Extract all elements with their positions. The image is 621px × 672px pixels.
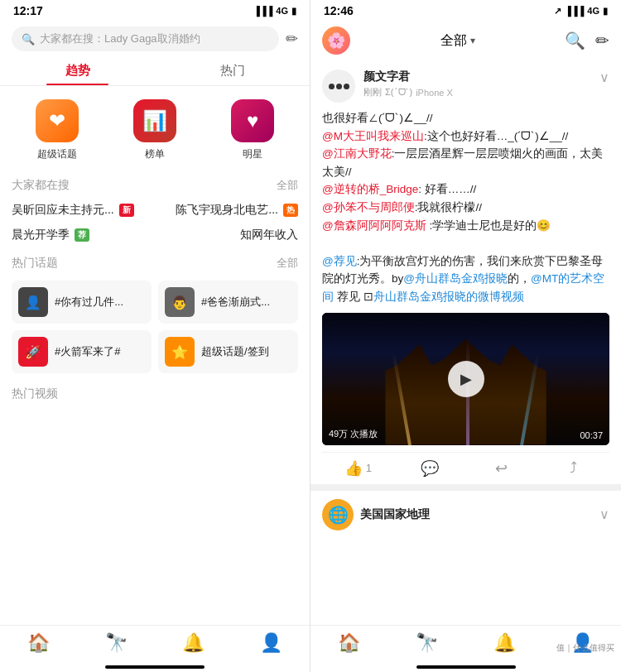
video-duration: 00:37 <box>580 430 603 440</box>
trending-item-text-right: 知网年收入 <box>240 228 298 242</box>
post-card: 颜文字君 刚刚 Σ(ˊᗜˋ) iPhone X ∨ 也很好看∠(ˊᗜˋ)∠__/… <box>310 60 621 491</box>
repost-action[interactable]: ↩ <box>466 459 538 478</box>
like-action[interactable]: 👍 1 <box>322 459 394 478</box>
right-header: 🌸 全部 ▾ 🔍 ✏ <box>310 22 621 60</box>
video-views: 49万 次播放 <box>329 428 378 440</box>
list-item[interactable]: ⭐ 超级话题/签到 <box>158 330 298 373</box>
tab-hot[interactable]: 热门 <box>155 56 310 85</box>
search-text: 大家都在搜：Lady Gaga取消婚约 <box>40 31 200 46</box>
list-item[interactable]: 🚀 #火箭军来了# <box>12 330 152 373</box>
post-actions: 👍 1 💬 ↩ ⤴ <box>322 452 609 484</box>
right-home-indicator <box>310 665 621 672</box>
edit-icon[interactable]: ✏ <box>286 30 298 48</box>
post-meta: 颜文字君 刚刚 Σ(ˊᗜˋ) iPhone X <box>363 70 591 98</box>
video-play-button[interactable]: ▶ <box>448 361 484 397</box>
hot-topic-img-4: ⭐ <box>165 337 195 367</box>
icon-row: ❤ 超级话题 📊 榜单 ♥ 明星 <box>0 86 310 170</box>
trending-all-btn[interactable]: 全部 <box>277 178 298 193</box>
icon-item-celebrity[interactable]: ♥ 明星 <box>204 99 301 161</box>
nav-explore[interactable]: 🔭 <box>78 632 156 654</box>
right-action-icons: 🔍 ✏ <box>565 31 609 50</box>
post-header: 颜文字君 刚刚 Σ(ˊᗜˋ) iPhone X ∨ <box>322 70 609 103</box>
super-topic-icon: ❤ <box>36 99 79 142</box>
right-title-area: 全部 ▾ <box>357 32 558 50</box>
hot-topics-title: 热门话题 <box>12 256 58 271</box>
post-time: 刚刚 <box>363 86 382 98</box>
table-row[interactable]: 晨光开学季 荐 知网年收入 <box>12 223 298 247</box>
nav-profile[interactable]: 👤 <box>233 632 310 654</box>
left-status-icons: ▐▐▐ 4G ▮ <box>253 6 296 17</box>
ranking-label: 榜单 <box>145 147 165 161</box>
icon-item-ranking[interactable]: 📊 榜单 <box>106 99 204 161</box>
left-status-bar: 12:17 ▐▐▐ 4G ▮ <box>0 0 310 22</box>
nav-right-notification[interactable]: 🔔 <box>466 632 544 654</box>
celebrity-icon: ♥ <box>231 99 274 142</box>
hot-topic-text-1: #你有过几件... <box>55 295 123 310</box>
nav-notification[interactable]: 🔔 <box>155 632 233 654</box>
right-feed-title: 全部 <box>440 32 467 50</box>
right-status-icons: ↗ ▐▐▐ 4G ▮ <box>554 6 608 17</box>
hot-topic-img-3: 🚀 <box>18 337 48 367</box>
watermark: 值｜什么值得买 <box>556 642 614 654</box>
table-row[interactable]: 吴昕回应未主持元... 新 陈飞宇现身北电艺... 热 <box>12 198 298 223</box>
hot-topics-all-btn[interactable]: 全部 <box>277 256 298 271</box>
left-time: 12:17 <box>13 4 43 17</box>
post-author-name: 颜文字君 <box>363 70 591 84</box>
location-icon: ↗ <box>554 6 561 17</box>
right-edit-icon[interactable]: ✏ <box>595 31 609 50</box>
list-item[interactable]: 👤 #你有过几件... <box>12 281 152 324</box>
hot-topic-text-3: #火箭军来了# <box>55 345 120 359</box>
dropdown-arrow-icon[interactable]: ▾ <box>470 35 475 46</box>
trending-item-text: 晨光开学季 <box>12 228 70 242</box>
share-action[interactable]: ⤴ <box>537 459 609 477</box>
right-user-avatar[interactable]: 🌸 <box>322 26 350 55</box>
list-item[interactable]: 👨 #爸爸渐崩式... <box>158 281 298 324</box>
share-icon: ⤴ <box>570 459 577 477</box>
repost-icon: ↩ <box>495 459 508 478</box>
left-bottom-nav: 🏠 🔭 🔔 👤 <box>0 625 310 665</box>
post-sub: 刚刚 Σ(ˊᗜˋ) iPhone X <box>363 86 591 98</box>
hot-topic-text-2: #爸爸渐崩式... <box>201 295 270 310</box>
trending-right-2: 知网年收入 <box>240 228 298 242</box>
tab-trending[interactable]: 趋势 <box>0 56 155 85</box>
right-bottom-nav: 🏠 🔭 🔔 👤 值｜什么值得买 <box>310 625 621 665</box>
trending-item-text-right: 陈飞宇现身北电艺... <box>176 203 278 218</box>
comment-action[interactable]: 💬 <box>394 459 466 478</box>
post-author-avatar[interactable] <box>322 70 355 103</box>
post-device: iPhone X <box>416 88 453 98</box>
nav-home[interactable]: 🏠 <box>0 632 78 654</box>
like-count: 1 <box>366 462 372 474</box>
spacer <box>0 406 310 625</box>
icon-item-super-topic[interactable]: ❤ 超级话题 <box>8 99 106 161</box>
search-input-box[interactable]: 🔍 大家都在搜：Lady Gaga取消婚约 <box>12 26 279 51</box>
hot-topics-grid: 👤 #你有过几件... 👨 #爸爸渐崩式... 🚀 #火箭军来了# ⭐ 超级话题… <box>0 276 310 382</box>
signal-bars: ▐▐▐ <box>565 6 584 16</box>
trending-section-header: 大家都在搜 全部 <box>0 170 310 198</box>
right-panel: 12:46 ↗ ▐▐▐ 4G ▮ 🌸 全部 ▾ 🔍 ✏ <box>310 0 621 672</box>
nav-right-explore[interactable]: 🔭 <box>388 632 466 654</box>
right-status-bar: 12:46 ↗ ▐▐▐ 4G ▮ <box>310 0 621 22</box>
trending-item-text: 吴昕回应未主持元... <box>12 203 114 218</box>
next-post-expand[interactable]: ∨ <box>599 506 609 522</box>
comment-icon: 💬 <box>421 459 439 478</box>
left-home-indicator <box>0 665 310 672</box>
right-network-type: 4G <box>587 6 599 16</box>
search-icon: 🔍 <box>22 33 35 46</box>
video-thumbnail[interactable]: ▶ 49万 次播放 00:37 <box>322 313 609 445</box>
hot-topic-text-4: 超级话题/签到 <box>201 345 269 359</box>
trending-right-1: 陈飞宇现身北电艺... 热 <box>176 203 298 218</box>
battery-icon: ▮ <box>291 6 296 17</box>
super-topic-label: 超级话题 <box>37 147 77 161</box>
search-bar: 🔍 大家都在搜：Lady Gaga取消婚约 ✏ <box>0 22 310 56</box>
trending-list: 吴昕回应未主持元... 新 陈飞宇现身北电艺... 热 晨光开学季 荐 知网年收… <box>0 198 310 247</box>
next-post-avatar[interactable]: 🌐 <box>322 499 354 530</box>
right-indicator-bar <box>416 665 516 669</box>
badge-hot: 热 <box>283 204 298 217</box>
nav-right-home[interactable]: 🏠 <box>310 632 388 654</box>
trending-left-2: 晨光开学季 荐 <box>12 228 89 242</box>
expand-icon[interactable]: ∨ <box>599 70 609 85</box>
left-panel: 12:17 ▐▐▐ 4G ▮ 🔍 大家都在搜：Lady Gaga取消婚约 ✏ 趋… <box>0 0 310 672</box>
right-search-icon[interactable]: 🔍 <box>565 31 585 50</box>
tabs-row: 趋势 热门 <box>0 56 310 86</box>
trending-left-1: 吴昕回应未主持元... 新 <box>12 203 134 218</box>
